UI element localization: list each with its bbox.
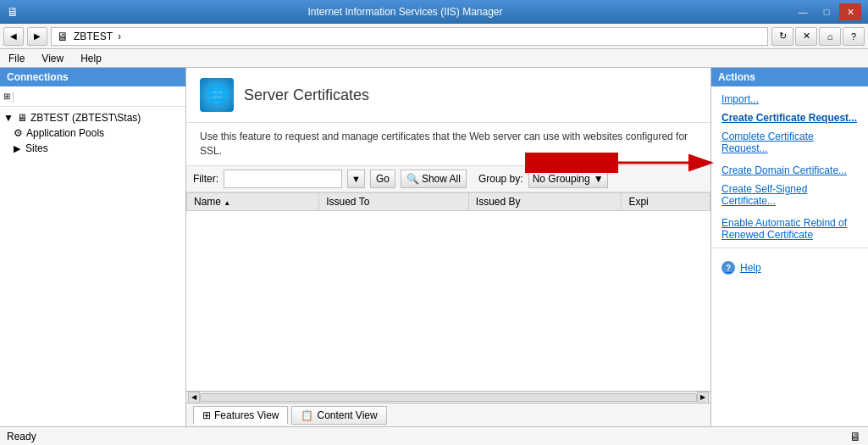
help-icon: ? [721, 261, 735, 275]
cert-table: Name ▲ Issued To Issued By Expi [186, 192, 710, 391]
col-issuedto[interactable]: Issued To [319, 192, 469, 210]
action-create-domain-cert[interactable]: Create Domain Certificate... [711, 161, 868, 180]
go-button[interactable]: Go [370, 170, 395, 188]
action-enable-rebind[interactable]: Enable Automatic Rebind of Renewed Certi… [711, 214, 868, 244]
title-bar-left: 🖥 [7, 5, 19, 19]
back-button[interactable]: ◀ [3, 27, 24, 46]
tree-area: ▼ 🖥 ZBTEST (ZBTEST\Stas) ⚙ Application P… [0, 107, 185, 426]
address-icon: 🖥 [57, 30, 69, 43]
stop-button[interactable]: ✕ [795, 27, 817, 46]
menu-bar: File View Help [0, 49, 868, 68]
actions-header: Actions [711, 68, 868, 86]
h-scrollbar[interactable]: ◀ ▶ [186, 391, 710, 403]
tree-item-zbtest[interactable]: ▼ 🖥 ZBTEST (ZBTEST\Stas) [0, 110, 185, 125]
minimize-button[interactable]: — [792, 3, 814, 20]
show-all-label: Show All [422, 173, 461, 185]
feature-title: Server Certificates [244, 86, 369, 104]
feature-description: Use this feature to request and manage c… [186, 123, 710, 166]
action-complete-cert-request[interactable]: Complete Certificate Request... [711, 127, 868, 158]
groupby-label: Group by: [478, 173, 523, 185]
features-view-label: Features View [214, 409, 279, 421]
nav-icons: ↻ ✕ ⌂ ? [771, 27, 865, 46]
tree-item-sites[interactable]: ▶ Sites [0, 141, 185, 156]
filter-dropdown-btn[interactable]: ▼ [347, 170, 365, 188]
close-button[interactable]: ✕ [839, 3, 861, 20]
address-path: ZBTEST [74, 31, 113, 42]
feature-header: 🌐 Server Certificates [186, 68, 710, 123]
connections-toolbar: ⊞ | [0, 86, 185, 107]
address-separator: › [118, 31, 121, 42]
content-view-label: Content View [317, 409, 377, 421]
actions-panel: Actions Import... Create Certificate Req… [711, 68, 868, 426]
tree-sites-icon: ▶ [14, 143, 20, 154]
address-bar: ◀ ▶ 🖥 ZBTEST › ↻ ✕ ⌂ ? [0, 24, 868, 49]
col-expiry[interactable]: Expi [622, 192, 710, 210]
action-help[interactable]: ? Help [711, 258, 868, 278]
help-label: Help [740, 262, 761, 274]
tree-zbtest-label: ZBTEST (ZBTEST\Stas) [30, 112, 141, 124]
tree-apppool-icon: ⚙ [14, 127, 23, 139]
forward-button[interactable]: ▶ [27, 27, 47, 46]
tree-server-icon: 🖥 [17, 112, 27, 124]
window-title: Internet Information Services (IIS) Mana… [19, 6, 792, 18]
content-area: 🌐 Server Certificates Use this feature t… [186, 68, 711, 426]
features-view-icon: ⊞ [202, 409, 211, 421]
home-button[interactable]: ⌂ [819, 27, 841, 46]
tree-sites-label: Sites [25, 142, 48, 154]
refresh-button[interactable]: ↻ [771, 27, 793, 46]
action-create-cert-request[interactable]: Create Certificate Request... [711, 108, 868, 127]
tree-item-apppools[interactable]: ⚙ Application Pools [0, 125, 185, 141]
h-scroll-track[interactable] [200, 393, 697, 402]
col-issuedby[interactable]: Issued By [468, 192, 622, 210]
status-bar: Ready 🖥 [0, 426, 868, 445]
tree-apppools-label: Application Pools [26, 127, 104, 139]
col-name[interactable]: Name ▲ [187, 192, 319, 210]
window-controls: — □ ✕ [792, 3, 861, 20]
filter-input[interactable] [224, 170, 342, 188]
action-create-selfsigned[interactable]: Create Self-Signed Certificate... [711, 180, 868, 210]
status-icon: 🖥 [849, 430, 861, 443]
title-bar: 🖥 Internet Information Services (IIS) Ma… [0, 0, 868, 24]
tab-content-view[interactable]: 📋 Content View [291, 406, 386, 425]
address-field[interactable]: 🖥 ZBTEST › [51, 27, 768, 46]
show-all-icon: 🔍 [406, 173, 419, 185]
content-view-icon: 📋 [301, 409, 313, 421]
bottom-tabs: ⊞ Features View 📋 Content View [186, 403, 710, 426]
connections-header: Connections [0, 68, 185, 86]
app-icon: 🖥 [7, 5, 19, 19]
status-text: Ready [7, 431, 36, 442]
h-scroll-right[interactable]: ▶ [697, 392, 709, 403]
menu-file[interactable]: File [5, 51, 28, 66]
show-all-button[interactable]: 🔍 Show All [401, 170, 467, 188]
groupby-value: No Grouping [533, 173, 590, 185]
filter-label: Filter: [193, 173, 218, 185]
groupby-arrow: ▼ [594, 173, 604, 185]
maximize-button[interactable]: □ [815, 3, 838, 20]
h-scroll-left[interactable]: ◀ [188, 392, 200, 403]
tab-features-view[interactable]: ⊞ Features View [193, 406, 288, 425]
groupby-dropdown[interactable]: No Grouping ▼ [528, 170, 608, 188]
action-import[interactable]: Import... [711, 90, 868, 108]
filter-bar: Filter: ▼ Go 🔍 Show All Group by: No Gro… [186, 166, 710, 192]
menu-help[interactable]: Help [77, 51, 105, 66]
help-button[interactable]: ? [843, 27, 865, 46]
connections-panel: Connections ⊞ | ▼ 🖥 ZBTEST (ZBTEST\Stas)… [0, 68, 186, 426]
actions-list: Import... Create Certificate Request... … [711, 86, 868, 281]
feature-icon: 🌐 [200, 78, 234, 112]
toolbar-btn-1[interactable]: ⊞ [3, 92, 10, 101]
menu-view[interactable]: View [38, 51, 67, 66]
tree-expand-icon: ▼ [3, 112, 14, 124]
main-layout: Connections ⊞ | ▼ 🖥 ZBTEST (ZBTEST\Stas)… [0, 68, 868, 426]
